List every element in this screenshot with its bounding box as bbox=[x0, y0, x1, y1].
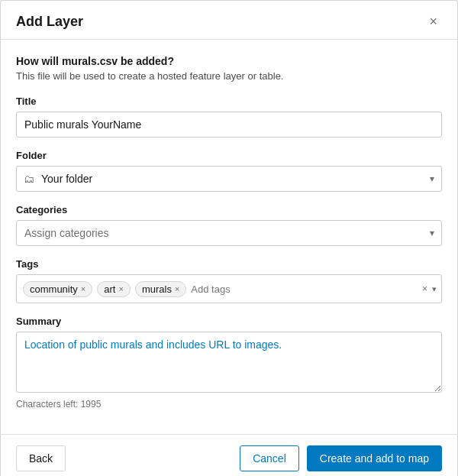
folder-select[interactable]: Your folder bbox=[16, 166, 442, 192]
dialog-body: How will murals.csv be added? This file … bbox=[1, 40, 457, 422]
dialog-header: Add Layer × bbox=[1, 1, 457, 40]
folder-label: Folder bbox=[16, 150, 442, 161]
tag-community: community × bbox=[23, 281, 92, 297]
tag-murals-remove[interactable]: × bbox=[175, 285, 179, 293]
tags-field-group: Tags community × art × murals × × ▾ bbox=[16, 258, 442, 303]
categories-wrapper: Assign categories ▾ bbox=[16, 220, 442, 246]
title-input[interactable] bbox=[16, 112, 442, 138]
title-label: Title bbox=[16, 96, 442, 107]
tags-chevron-icon[interactable]: ▾ bbox=[432, 284, 437, 294]
tags-label: Tags bbox=[16, 258, 442, 270]
chars-left-label: Characters left: 1995 bbox=[16, 399, 442, 410]
how-will-heading: How will murals.csv be added? bbox=[16, 55, 442, 67]
tags-actions: × ▾ bbox=[421, 282, 437, 296]
tag-art-label: art bbox=[104, 283, 115, 295]
title-field-group: Title bbox=[16, 96, 442, 138]
folder-wrapper: 🗂 Your folder ▾ bbox=[16, 166, 442, 192]
add-layer-dialog: Add Layer × How will murals.csv be added… bbox=[0, 0, 458, 476]
tag-murals-label: murals bbox=[142, 283, 172, 295]
dialog-title: Add Layer bbox=[16, 14, 83, 30]
summary-field-group: Summary Location of public murals and in… bbox=[16, 316, 442, 410]
summary-textarea[interactable]: Location of public murals and includes U… bbox=[16, 332, 442, 393]
add-tags-input[interactable] bbox=[191, 283, 414, 295]
tags-container[interactable]: community × art × murals × × ▾ bbox=[16, 274, 442, 303]
categories-label: Categories bbox=[16, 204, 442, 215]
tag-art-remove[interactable]: × bbox=[118, 285, 123, 293]
tag-murals: murals × bbox=[135, 281, 186, 297]
create-and-add-button[interactable]: Create and add to map bbox=[307, 445, 442, 471]
categories-select[interactable]: Assign categories bbox=[16, 220, 442, 246]
close-button[interactable]: × bbox=[424, 13, 442, 30]
summary-label: Summary bbox=[16, 316, 442, 327]
tag-community-remove[interactable]: × bbox=[81, 285, 85, 293]
dialog-footer: Back Cancel Create and add to map bbox=[1, 434, 457, 476]
tag-art: art × bbox=[97, 281, 131, 297]
categories-field-group: Categories Assign categories ▾ bbox=[16, 204, 442, 246]
tags-clear-button[interactable]: × bbox=[421, 282, 429, 296]
tag-community-label: community bbox=[30, 283, 78, 295]
cancel-button[interactable]: Cancel bbox=[240, 445, 299, 471]
how-will-subtext: This file will be used to create a hoste… bbox=[16, 70, 442, 82]
back-button[interactable]: Back bbox=[16, 445, 66, 471]
footer-right-actions: Cancel Create and add to map bbox=[240, 445, 442, 471]
folder-field-group: Folder 🗂 Your folder ▾ bbox=[16, 150, 442, 192]
